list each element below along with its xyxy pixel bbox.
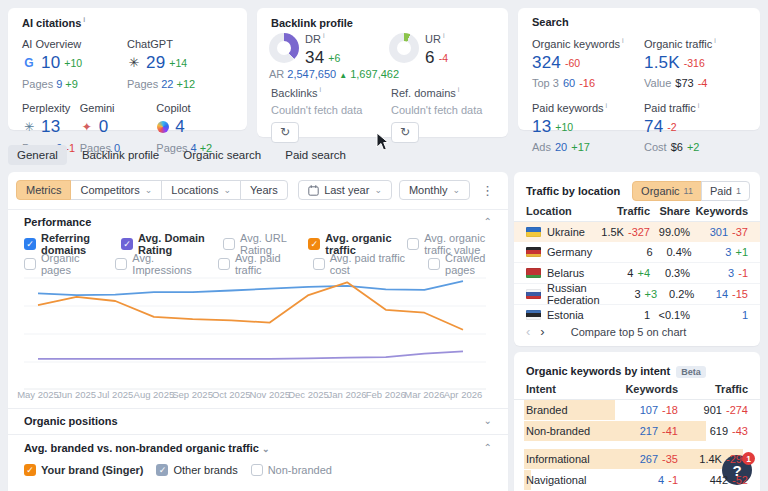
compare-top5-link[interactable]: Compare top 5 on chart	[571, 326, 687, 338]
organic-traffic-metric: Organic traffici 1.5K-316 Value$73-4	[644, 37, 746, 89]
overview-panel: Metrics Competitors⌄ Locations⌄ Years La…	[8, 172, 508, 491]
organic-positions-title: Organic positions	[24, 415, 118, 427]
checkbox-icon	[121, 238, 133, 250]
table-row-estonia[interactable]: Estonia 1 <0.1% 1	[514, 305, 760, 325]
toggle-non-branded[interactable]: Non-branded	[251, 464, 332, 476]
checkbox-icon	[407, 238, 419, 250]
organic-keywords-metric: Organic keywordsi 324-60 Top 360-16	[532, 37, 644, 89]
gemini-icon: ✦	[80, 120, 94, 134]
info-icon[interactable]: i	[606, 102, 608, 109]
checkbox-icon	[308, 238, 320, 250]
tab-general[interactable]: General	[8, 145, 67, 165]
info-icon[interactable]: i	[443, 32, 445, 39]
organic-paid-switch: Organic11 Paid1	[632, 181, 750, 201]
tab-paid-search[interactable]: Paid search	[276, 145, 355, 165]
report-tabbar: General Backlink profile Organic search …	[8, 145, 355, 165]
info-icon[interactable]: i	[323, 32, 325, 39]
svg-text:Oct 2025: Oct 2025	[212, 389, 251, 400]
chevron-down-icon: ⌄	[262, 444, 270, 454]
domain-rating-donut	[269, 33, 299, 63]
collapse-branded-traffic-icon[interactable]: ⌃	[484, 442, 492, 453]
intent-row-non-branded[interactable]: Non-branded 217-41 619-43	[514, 421, 760, 441]
svg-text:Dec 2025: Dec 2025	[288, 389, 329, 400]
germany-flag-icon	[526, 247, 541, 257]
svg-text:Mar 2026: Mar 2026	[404, 389, 444, 400]
ref-domains-block: Ref. domainsi Couldn't fetch data ↻	[391, 86, 501, 143]
svg-text:Jan 2026: Jan 2026	[328, 389, 367, 400]
info-icon[interactable]: i	[622, 37, 624, 44]
svg-text:Nov 2025: Nov 2025	[249, 389, 290, 400]
overview-toolbar: Metrics Competitors⌄ Locations⌄ Years La…	[16, 180, 500, 201]
paid-tab[interactable]: Paid1	[701, 181, 750, 201]
belarus-flag-icon	[526, 268, 541, 278]
url-rating-donut	[389, 33, 419, 63]
checkbox-icon	[223, 238, 235, 250]
toggle-other-brands[interactable]: Other brands	[156, 464, 237, 476]
collapse-performance-icon[interactable]: ⌃	[484, 216, 492, 227]
fetch-error-text: Couldn't fetch data	[391, 104, 501, 116]
perplexity-icon: ✳	[22, 120, 36, 134]
checkbox-icon	[156, 464, 168, 476]
performance-title: Performance	[24, 216, 91, 228]
table-row-ukraine[interactable]: Ukraine 1.5K-327 99.0% 301-37	[514, 222, 760, 242]
backlink-profile-card: Backlink profile DRi 34+6 AR2,547,650▲1,…	[257, 8, 508, 137]
backlink-profile-title: Backlink profile	[271, 17, 353, 29]
prev-page-icon[interactable]: ‹	[526, 324, 530, 339]
tab-organic-search[interactable]: Organic search	[174, 145, 270, 165]
svg-text:Feb 2026: Feb 2026	[366, 389, 406, 400]
paid-keywords-metric: Paid keywordsi 13+10 Ads20+17	[532, 102, 644, 154]
info-icon[interactable]: i	[458, 86, 460, 93]
ai-citations-card: AI citationsi AI Overview G10+10 Pages9+…	[8, 8, 247, 130]
beta-badge: Beta	[676, 366, 706, 378]
ai-citations-title: AI citationsi	[22, 17, 85, 29]
date-range-button[interactable]: Last year⌄	[298, 180, 392, 200]
chevron-down-icon: ⌄	[223, 185, 231, 195]
fetch-error-text: Couldn't fetch data	[271, 104, 381, 116]
table-row-belarus[interactable]: Belarus 4+4 0.3% 3-1	[514, 263, 760, 284]
tab-backlink-profile[interactable]: Backlink profile	[73, 145, 168, 165]
mouse-cursor	[376, 132, 390, 152]
intent-table-header: Intent Keywords Traffic	[514, 383, 760, 400]
up-triangle-icon: ▲	[339, 71, 347, 80]
checkbox-icon	[251, 464, 263, 476]
refresh-ref-domains-button[interactable]: ↻	[391, 122, 419, 143]
info-icon[interactable]: i	[319, 86, 321, 93]
next-page-icon[interactable]: ›	[540, 324, 544, 339]
locations-button[interactable]: Locations⌄	[161, 180, 241, 200]
performance-chart[interactable]: May 2025Jun 2025Jul 2025Aug 2025Sep 2025…	[16, 259, 500, 401]
table-row-russian-federation[interactable]: Russian Federation 3+3 0.2% 14-15	[514, 284, 760, 305]
refresh-backlinks-button[interactable]: ↻	[271, 122, 299, 143]
search-title: Search	[532, 16, 569, 28]
info-icon[interactable]: i	[698, 102, 700, 109]
table-row-germany[interactable]: Germany 6 0.4% 3+1	[514, 242, 760, 263]
svg-text:Aug 2025: Aug 2025	[134, 389, 175, 400]
info-icon[interactable]: i	[714, 37, 716, 44]
google-icon: G	[22, 56, 36, 70]
branded-traffic-title[interactable]: Avg. branded vs. non-branded organic tra…	[24, 442, 270, 454]
calendar-icon	[308, 185, 319, 196]
info-icon[interactable]: i	[83, 16, 85, 23]
organic-tab[interactable]: Organic11	[632, 181, 702, 201]
estonia-flag-icon	[526, 310, 541, 320]
metrics-button[interactable]: Metrics	[16, 180, 71, 200]
intent-row-branded[interactable]: Branded 107-18 901-274	[514, 400, 760, 420]
chatgpt-metric: ChatGPT ✳29+14 Pages22+12	[127, 38, 232, 90]
filters-group: Metrics Competitors⌄ Locations⌄ Years	[16, 180, 288, 200]
paid-traffic-metric: Paid traffici 74-2 Cost$6+2	[644, 102, 746, 154]
kebab-menu-icon[interactable]: ⋮	[477, 183, 498, 198]
openai-icon: ✳	[127, 56, 141, 70]
ukraine-flag-icon	[526, 227, 541, 237]
chevron-down-icon: ⌄	[145, 185, 153, 195]
toggle-your-brand[interactable]: Your brand (Singer)	[24, 464, 143, 476]
granularity-button[interactable]: Monthly⌄	[399, 180, 470, 200]
domain-rating-metric: DRi 34+6	[305, 32, 340, 68]
refresh-icon: ↻	[280, 125, 290, 139]
expand-organic-positions-icon[interactable]: ⌄	[484, 415, 492, 426]
competitors-button[interactable]: Competitors⌄	[70, 180, 162, 200]
copilot-icon	[156, 120, 170, 134]
chevron-down-icon: ⌄	[374, 185, 382, 195]
divider	[8, 209, 508, 210]
years-button[interactable]: Years	[240, 180, 288, 200]
traffic-by-location-title: Traffic by location	[526, 185, 620, 197]
svg-text:Sep 2025: Sep 2025	[172, 389, 213, 400]
